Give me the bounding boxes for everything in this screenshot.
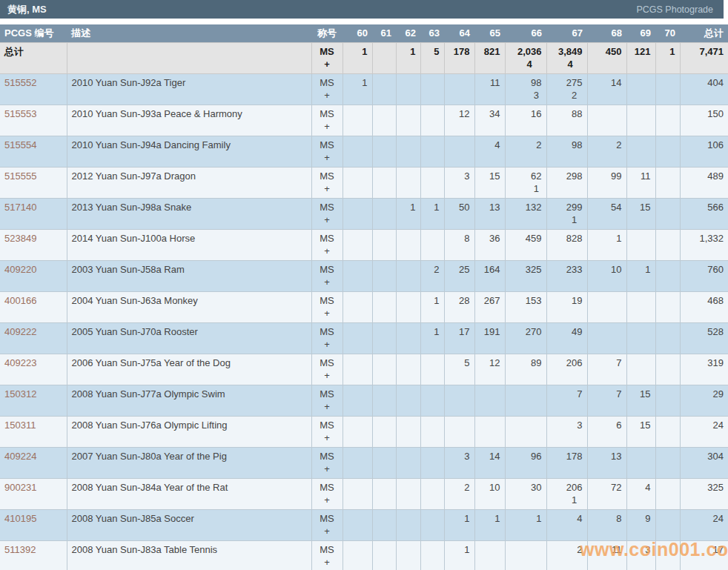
table-row: 4001662004 Yuan Sun-J63a MonkeyMS+128267… — [0, 291, 728, 322]
column-header-row: PCGS 编号 描述 称号 60 61 62 63 64 65 66 67 68… — [0, 24, 728, 42]
pcgs-number-link[interactable]: 900231 — [4, 482, 36, 493]
grade-count-cell — [655, 136, 680, 167]
grade-count-cell: 325 — [505, 260, 546, 291]
designation-cell: MS+ — [311, 322, 343, 354]
grade-count-cell — [372, 416, 396, 447]
pcgs-number-link[interactable]: 515554 — [4, 139, 36, 150]
table-row: 5113922008 Yuan Sun-J83a Table TennisMS+… — [0, 540, 728, 570]
grade-count: 14 — [611, 76, 621, 89]
grade-count-cell — [655, 105, 680, 136]
designation-cell: MS+ — [311, 291, 343, 322]
grade-count-cell: 178 — [546, 447, 587, 478]
pcgs-number-link[interactable]: 409222 — [4, 326, 36, 337]
grade-count: 2 — [577, 543, 582, 556]
grade-count-cell: 16 — [505, 105, 546, 136]
grade-count: 62 — [531, 170, 541, 182]
designation-plus: + — [317, 431, 338, 444]
grade-count-cell: 10 — [587, 260, 626, 291]
grade-count-cell — [420, 354, 444, 385]
coin-description: 2014 Yuan Sun-J100a Horse — [67, 229, 311, 260]
grade-count: 13 — [611, 450, 621, 463]
grade-count-cell — [655, 354, 680, 385]
grade-count-cell — [655, 509, 680, 540]
coin-description: 2008 Yuan Sun-J76a Olympic Lifting — [67, 416, 311, 447]
grade-count: 2,036 — [517, 45, 542, 58]
pcgs-number-link[interactable]: 150311 — [4, 420, 36, 431]
table-row: 1503122008 Yuan Sun-J77a Olympic SwimMS+… — [0, 385, 728, 416]
coin-description: 2010 Yuan Sun-J93a Peace & Harmony — [67, 105, 311, 136]
pcgs-number-link[interactable]: 400166 — [4, 295, 36, 306]
grade-count: 11 — [641, 170, 651, 182]
grade-count-cell — [420, 105, 444, 136]
grade-count: 121 — [635, 45, 651, 58]
designation-cell: MS+ — [311, 167, 343, 198]
title-table-gap — [0, 19, 728, 24]
grade-count-cell: 7 — [587, 354, 626, 385]
grade-plus-count: 4 — [517, 58, 542, 70]
grade-count-cell: 2 — [587, 136, 626, 167]
grade-count-cell — [396, 136, 420, 167]
pcgs-number-link[interactable]: 515552 — [4, 77, 36, 88]
grade-count-cell — [372, 167, 396, 198]
grade-count-cell — [396, 73, 420, 105]
grade-count-cell: 2,0364 — [505, 42, 546, 73]
grade-count: 3,849 — [558, 45, 583, 58]
grade-count-cell: 96 — [505, 447, 546, 478]
grade-count: 34 — [489, 107, 500, 120]
table-row: 5155542010 Yuan Sun-J94a Dancing FamilyM… — [0, 136, 728, 167]
grade-count-cell: 1 — [587, 229, 626, 260]
designation-cell: MS+ — [311, 198, 343, 229]
pcgs-number-cell: 150311 — [0, 416, 67, 447]
grade-count: 7 — [616, 388, 621, 400]
pcgs-number-link[interactable]: 523849 — [4, 233, 36, 244]
designation-plus: + — [317, 369, 338, 382]
pcgs-number-link[interactable]: 410195 — [4, 513, 36, 524]
grade-count: 8 — [464, 232, 469, 245]
pcgs-number-link[interactable]: 409224 — [4, 451, 36, 462]
grade-count-cell: 34 — [474, 105, 505, 136]
designation-ms: MS — [317, 232, 338, 245]
grade-count: 16 — [531, 107, 541, 120]
grade-count: 1 — [645, 263, 650, 276]
pcgs-number-link[interactable]: 515555 — [4, 170, 36, 182]
column-header-grade: 65 — [474, 24, 505, 42]
pcgs-number-link[interactable]: 517140 — [4, 202, 36, 213]
grade-count-cell — [420, 73, 444, 105]
grade-count: 13 — [489, 201, 500, 213]
designation-ms: MS — [317, 76, 338, 89]
pcgs-number-link[interactable]: 515553 — [4, 108, 36, 119]
grade-count-cell: 4 — [474, 136, 505, 167]
row-total: 304 — [680, 447, 728, 478]
pcgs-number-cell: 409222 — [0, 322, 67, 354]
designation-ms: MS — [317, 450, 338, 463]
grade-count-cell — [655, 167, 680, 198]
grade-count-cell: 13 — [474, 198, 505, 229]
column-header-grade: 67 — [546, 24, 587, 42]
grade-count-cell — [343, 167, 372, 198]
grade-count: 2 — [434, 263, 439, 276]
grade-count: 164 — [484, 263, 500, 276]
grade-count-cell: 10 — [474, 478, 505, 509]
designation-cell: MS+ — [311, 73, 343, 105]
grade-count-cell — [372, 42, 396, 73]
pcgs-number-cell: 400166 — [0, 291, 67, 322]
grade-count-cell: 13 — [587, 447, 626, 478]
grade-count-cell: 1 — [343, 73, 372, 105]
grade-count-cell — [343, 136, 372, 167]
row-total: 528 — [680, 322, 728, 354]
designation-cell: MS+ — [311, 478, 343, 509]
photograde-link[interactable]: PCGS Photograde — [636, 4, 713, 15]
pcgs-number-link[interactable]: 409223 — [4, 357, 36, 368]
pcgs-number-link[interactable]: 409220 — [4, 264, 36, 275]
coin-description: 2006 Yuan Sun-J75a Year of the Dog — [67, 354, 311, 385]
grade-count: 3 — [464, 170, 469, 182]
grade-count: 3 — [464, 450, 469, 463]
pcgs-number-link[interactable]: 150312 — [4, 388, 36, 400]
grade-count: 132 — [526, 201, 542, 213]
designation-cell: MS+ — [311, 540, 343, 570]
pcgs-number-link[interactable]: 511392 — [4, 544, 36, 555]
grade-count-cell: 3 — [444, 167, 474, 198]
grade-count: 14 — [489, 450, 500, 463]
pcgs-number-cell: 900231 — [0, 478, 67, 509]
grade-count-cell: 132 — [505, 198, 546, 229]
